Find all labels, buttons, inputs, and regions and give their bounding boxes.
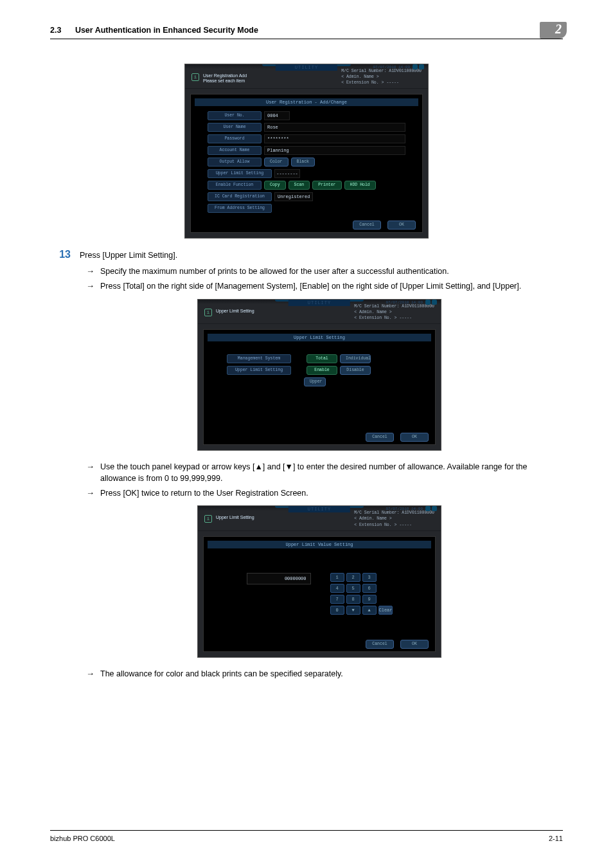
enable-function-label: Enable Function [208,181,262,190]
device-screenshot-1: UTILITY 07/07/2010 14:00 i User Registra… [184,64,429,239]
pane-title: User Registration - Add/Change [195,98,418,106]
output-allow-label: Output Allow [208,158,262,167]
scan-button[interactable]: Scan [289,181,310,190]
printer-button[interactable]: Printer [312,181,341,190]
user-no-label: User No. [208,111,262,120]
password-button[interactable]: Password [208,134,262,143]
copy-button[interactable]: Copy [264,181,286,190]
sub-5: The allowance for color and black prints… [100,668,563,680]
sub-1: Specify the maximum number of prints to … [100,266,563,277]
step-13: 13 Press [Upper Limit Setting]. [50,249,563,260]
screen-title-2: Please set each item [203,78,247,84]
timestamp: 07/07/2010 14:00 [373,65,410,69]
key-3[interactable]: 3 [362,573,377,582]
hdd-hold-button[interactable]: HDD Hold [344,181,376,190]
sub-4: Press [OK] twice to return to the User R… [100,487,563,499]
password-value: ******** [264,134,405,143]
key-down[interactable]: ▼ [346,606,360,615]
ok-button[interactable]: OK [400,640,429,649]
user-no-value: 0004 [264,111,290,120]
info-icon: i [204,309,212,316]
screen-title: Upper Limit Setting [216,309,254,314]
color-button[interactable]: Color [264,158,289,167]
value-display: 00000000 [247,573,311,584]
key-clear[interactable]: Clear [378,606,393,615]
ok-button[interactable]: OK [400,433,429,442]
screen-title-1: User Registration Add [203,73,247,78]
key-9[interactable]: 9 [362,595,377,604]
product-name: bizhub PRO C6000L [50,835,115,842]
page-number: 2-11 [549,835,563,842]
user-name-value: Rose [264,123,405,132]
ic-card-button[interactable]: IC Card Registration [208,192,272,201]
from-address-button[interactable]: From Address Setting [208,204,272,213]
help-icon [432,300,437,305]
device-screenshot-3: UTILITY 07/07/2010 14:00 i Upper Limit S… [197,505,441,657]
step-text: Press [Upper Limit Setting]. [80,251,177,260]
utility-label: UTILITY [276,64,337,71]
screen-title: Upper Limit Setting [216,515,254,520]
account-value: Planning [264,146,405,155]
key-1[interactable]: 1 [330,573,344,582]
help-icon [432,506,437,511]
user-name-button[interactable]: User Name [208,123,262,132]
keypad: 1 2 3 4 5 6 7 8 9 0 [330,573,393,615]
energy-icon [425,506,431,511]
key-2[interactable]: 2 [346,573,360,582]
upper-limit-setting-label: Upper Limit Setting [227,366,291,375]
cancel-button[interactable]: Cancel [353,221,381,230]
key-5[interactable]: 5 [346,584,360,593]
energy-icon [413,64,418,69]
upper-button[interactable]: Upper [304,377,326,386]
key-4[interactable]: 4 [330,584,344,593]
arrow-icon: → [86,668,100,680]
individual-button[interactable]: Individual [340,354,371,363]
device-screenshot-2: UTILITY 07/07/2010 14:00 i Upper Limit S… [197,299,441,451]
black-button[interactable]: Black [291,158,315,167]
sub-2: Press [Total] on the right side of [Mana… [100,280,563,292]
cancel-button[interactable]: Cancel [366,433,394,442]
account-name-button[interactable]: Account Name [208,146,262,155]
sub-3: Use the touch panel keypad or arrow keys… [100,461,563,484]
key-8[interactable]: 8 [346,595,360,604]
step-number: 13 [50,249,80,260]
info-icon: i [204,515,212,523]
page-header: 2.3 User Authentication in Enhanced Secu… [50,26,563,39]
key-up[interactable]: ▲ [362,606,377,615]
disable-button[interactable]: Disable [340,366,371,375]
info-icon: i [191,73,199,81]
section-number: 2.3 [50,26,61,35]
management-system-label: Management System [227,354,291,363]
arrow-icon: → [86,461,100,473]
arrow-icon: → [86,487,100,500]
page-footer: bizhub PRO C6000L 2-11 [50,830,563,842]
energy-icon [425,300,431,305]
arrow-icon: → [86,266,100,278]
enable-button[interactable]: Enable [306,366,337,375]
ok-button[interactable]: OK [387,221,416,230]
section-title: User Authentication in Enhanced Security… [75,26,258,35]
total-button[interactable]: Total [306,354,337,363]
arrow-icon: → [86,280,100,293]
key-7[interactable]: 7 [330,595,344,604]
chapter-tab: 2 [540,22,567,39]
upper-limit-setting-button[interactable]: Upper Limit Setting [208,169,272,178]
key-6[interactable]: 6 [362,584,377,593]
help-icon [419,64,424,69]
key-0[interactable]: 0 [330,606,344,615]
cancel-button[interactable]: Cancel [366,640,394,649]
